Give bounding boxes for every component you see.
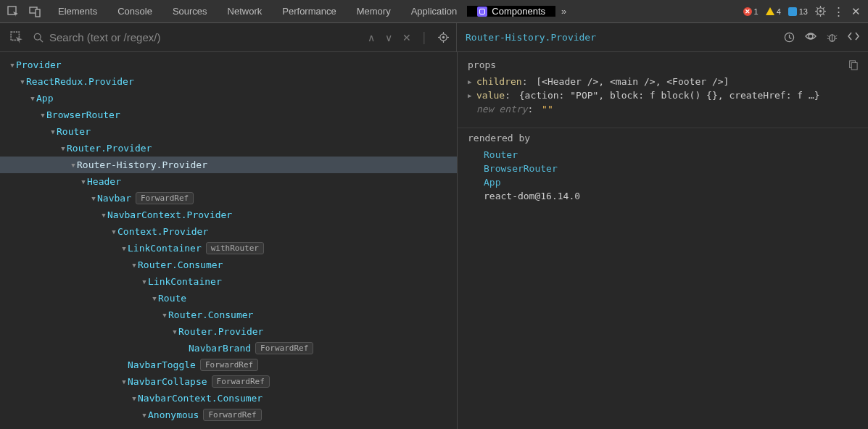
tab-console[interactable]: Console (107, 0, 162, 22)
caret-icon[interactable]: ▼ (110, 228, 117, 236)
tree-settings-icon[interactable] (438, 32, 449, 43)
prop-value: [<Header />, <main />, <Footer />] (536, 76, 729, 87)
svg-point-14 (34, 33, 41, 40)
components-toolbar: ∧ ∨ ✕ │ Router-History.Provider (0, 23, 868, 52)
caret-icon[interactable]: ▼ (19, 78, 26, 86)
tree-node[interactable]: ▼ NavbarContext.Consumer (0, 390, 457, 407)
tree-node[interactable]: ▼ Router.Consumer (0, 257, 457, 273)
tab-components[interactable]: Components (467, 6, 555, 17)
tree-node[interactable]: ▼ Router (0, 123, 457, 140)
tree-node[interactable]: NavbarToggleForwardRef (0, 357, 457, 373)
caret-icon[interactable]: ▼ (70, 162, 77, 169)
search-prev-icon[interactable]: ∧ (368, 32, 375, 43)
svg-line-10 (823, 14, 824, 15)
tree-node[interactable]: ▼ ReactRedux.Provider (0, 73, 457, 90)
new-entry-value[interactable]: "" (542, 104, 553, 114)
caret-icon[interactable]: ▼ (131, 262, 138, 269)
node-label: LinkContainer (128, 243, 202, 254)
expand-icon[interactable]: ▶ (468, 92, 476, 99)
close-devtools-icon[interactable]: ✕ (851, 5, 861, 18)
info-badge[interactable]: 13 (788, 7, 808, 16)
node-label: Navbar (97, 193, 131, 204)
prop-row-children[interactable]: ▶ children: [<Header />, <main />, <Foot… (468, 75, 858, 88)
tab-elements[interactable]: Elements (48, 0, 107, 22)
inspect-dom-icon[interactable] (805, 32, 817, 43)
caret-icon[interactable]: ▼ (141, 412, 148, 419)
rendered-by-link[interactable]: BrowserRouter (468, 162, 858, 175)
tree-node[interactable]: ▼ NavbarContext.Provider (0, 207, 457, 223)
warning-badge[interactable]: 4 (766, 7, 781, 16)
caret-icon[interactable]: ▼ (29, 95, 36, 102)
node-label: Anonymous (148, 409, 199, 420)
prop-row-value[interactable]: ▶ value: {action: "POP", block: f block(… (468, 88, 858, 102)
tab-sources[interactable]: Sources (162, 0, 218, 22)
tree-node[interactable]: ▼ AnonymousForwardRef (0, 407, 457, 423)
warning-count: 4 (777, 7, 781, 16)
svg-line-12 (823, 7, 824, 9)
tree-node[interactable]: ▼ Header (0, 173, 457, 190)
caret-icon[interactable]: ▼ (49, 128, 57, 136)
device-toolbar-icon[interactable] (29, 6, 41, 17)
tree-node[interactable]: ▼ App (0, 90, 457, 107)
selected-component-breadcrumb[interactable]: Router-History.Provider (466, 32, 596, 43)
caret-icon[interactable]: ▼ (39, 112, 46, 119)
tree-node[interactable]: ▼ Provider (0, 57, 457, 73)
warning-icon (766, 7, 774, 15)
tab-performance[interactable]: Performance (272, 0, 346, 22)
more-tabs-icon[interactable]: » (555, 6, 572, 17)
caret-icon[interactable]: ▼ (131, 395, 138, 402)
details-pane: props ▶ children: [<Header />, <main />,… (457, 52, 868, 429)
tab-label: Components (492, 6, 545, 17)
copy-props-icon[interactable] (848, 60, 858, 70)
caret-icon[interactable]: ▼ (161, 312, 168, 319)
tree-node[interactable]: ▼ Router.Provider (0, 323, 457, 340)
node-label: Router-History.Provider (77, 159, 207, 170)
tree-node[interactable]: ▼ LinkContainer (0, 273, 457, 290)
node-label: Context.Provider (117, 226, 208, 237)
select-element-icon[interactable] (0, 31, 33, 44)
search-next-icon[interactable]: ∨ (385, 32, 392, 43)
more-menu-icon[interactable]: ⋮ (833, 5, 844, 18)
svg-point-4 (819, 10, 822, 12)
tab-application[interactable]: Application (401, 0, 468, 22)
caret-icon[interactable]: ▼ (120, 245, 128, 252)
hoc-badge: ForwardRef (255, 342, 313, 354)
search-clear-icon[interactable]: ✕ (402, 32, 411, 43)
caret-icon[interactable]: ▼ (90, 195, 97, 202)
tree-node[interactable]: ▼ Router.Provider (0, 140, 457, 157)
node-label: NavbarCollapse (128, 376, 207, 387)
caret-icon[interactable]: ▼ (9, 62, 16, 69)
caret-icon[interactable]: ▼ (59, 145, 67, 152)
node-label: Header (87, 176, 121, 187)
tree-node[interactable]: ▼ LinkContainerwithRouter (0, 240, 457, 257)
error-badge[interactable]: ✕ 1 (743, 7, 759, 16)
view-source-icon[interactable] (848, 32, 859, 43)
expand-icon[interactable]: ▶ (468, 78, 476, 86)
tree-node[interactable]: ▼ NavbarForwardRef (0, 190, 457, 207)
rendered-by-link[interactable]: App (468, 175, 858, 189)
caret-icon[interactable]: ▼ (151, 295, 158, 302)
component-tree-pane[interactable]: ▼ Provider▼ ReactRedux.Provider▼ App▼ Br… (0, 52, 457, 429)
prop-row-new-entry[interactable]: new entry: "" (468, 102, 858, 116)
suspend-icon[interactable] (784, 32, 795, 43)
tree-node[interactable]: NavbarBrandForwardRef (0, 340, 457, 357)
tab-network[interactable]: Network (218, 0, 273, 22)
tree-node[interactable]: ▼ Router-History.Provider (0, 157, 457, 173)
tree-node[interactable]: ▼ NavbarCollapseForwardRef (0, 373, 457, 390)
caret-icon[interactable]: ▼ (171, 328, 178, 336)
prop-value: {action: "POP", block: f block() {}, cre… (519, 90, 820, 101)
caret-icon[interactable]: ▼ (141, 278, 148, 286)
caret-icon[interactable]: ▼ (80, 178, 87, 186)
debug-icon[interactable] (827, 32, 838, 43)
tab-memory[interactable]: Memory (347, 0, 401, 22)
settings-icon[interactable] (815, 6, 826, 17)
tree-node[interactable]: ▼ Context.Provider (0, 223, 457, 240)
rendered-by-link[interactable]: Router (468, 148, 858, 162)
tree-node[interactable]: ▼ Router.Consumer (0, 307, 457, 323)
tree-node[interactable]: ▼ Route (0, 290, 457, 307)
tree-node[interactable]: ▼ BrowserRouter (0, 107, 457, 123)
caret-icon[interactable]: ▼ (100, 212, 107, 219)
node-label: Provider (16, 59, 62, 70)
inspect-element-icon[interactable] (7, 6, 19, 17)
caret-icon[interactable]: ▼ (120, 378, 128, 386)
